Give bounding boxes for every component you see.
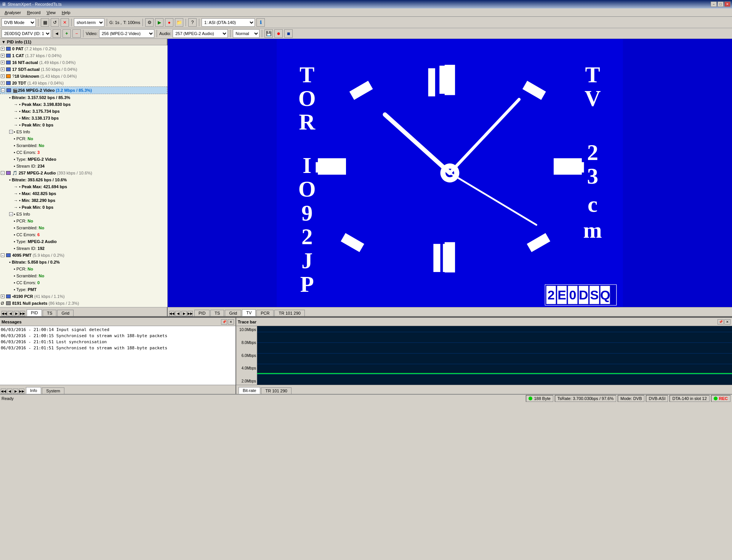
left-tab-prev[interactable]: ◀ — [8, 311, 13, 316]
service-select[interactable]: 2E0DSQ DATV (ID: 1) — [2, 29, 51, 38]
remove-btn[interactable]: − — [72, 29, 81, 38]
arrow-left-btn[interactable]: ◄ — [53, 29, 61, 38]
tree-item-pat[interactable]: + 0 PAT (7.2 kbps / 0.2%) — [0, 45, 167, 52]
expand-pcr[interactable]: + — [1, 294, 5, 298]
video-select[interactable]: 256 (MPEG-2 Video) — [99, 29, 154, 38]
messages-close-btn[interactable]: ✕ — [228, 319, 234, 325]
tab-grid-right[interactable]: Grid — [225, 310, 241, 316]
tree-item-audio[interactable]: − 🎵 257 MPEG-2 Audio (393 kbps / 10.6%) — [0, 170, 167, 176]
left-tab-next[interactable]: ▶ — [14, 311, 19, 316]
bl-tab-prev[interactable]: ◀ — [7, 389, 12, 394]
menu-view[interactable]: View — [43, 10, 59, 16]
tab-ts-left[interactable]: TS — [43, 310, 56, 316]
tree-item-pcr[interactable]: + •8190 PCR (41 kbps / 1.1%) — [0, 293, 167, 300]
menu-record[interactable]: Record — [24, 10, 43, 16]
timebase-select[interactable]: short-term — [74, 18, 104, 27]
tree-item-sdt[interactable]: + 17 SDT-actual (1.50 kbps / 0.04%) — [0, 66, 167, 73]
tree-item-video[interactable]: − 🎬256 MPEG-2 Video (3.2 Mbps / 85.3%) — [0, 86, 167, 94]
left-tab-first[interactable]: ◀◀ — [2, 311, 7, 316]
refresh-icon-btn[interactable]: ↺ — [51, 18, 59, 27]
source-select[interactable]: 1: ASI (DTA-140) — [202, 18, 255, 27]
record-icon-btn[interactable]: ● — [165, 18, 173, 27]
tree-item-nit[interactable]: + 16 NIT-actual (1.49 kbps / 0.04%) — [0, 59, 167, 66]
expand-sdt[interactable]: + — [1, 67, 5, 71]
pmt-pcr: • PCR: No — [14, 266, 33, 272]
folder-icon-btn[interactable]: 📁 — [175, 18, 183, 27]
status-dvbasi: DVB-ASI — [646, 395, 668, 402]
close-button[interactable]: ✕ — [724, 2, 730, 7]
save-icon-btn[interactable]: 💾 — [264, 29, 273, 38]
expand-tdt[interactable]: + — [1, 81, 5, 85]
right-tab-first[interactable]: ◀◀ — [169, 311, 175, 316]
pid-color-audio — [6, 171, 11, 175]
svg-rect-31 — [443, 244, 450, 272]
messages-content: 06/03/2016 - 21:00:14 Input signal detec… — [0, 326, 235, 385]
tree-item-audio-scrambled: • Scrambled: No — [0, 224, 167, 231]
tab-tr101-right[interactable]: TR 101 290 — [274, 310, 304, 316]
normal-select[interactable]: Normal — [233, 29, 259, 38]
expand-unknown[interactable]: + — [1, 74, 5, 78]
right-tab-last[interactable]: ▶▶ — [187, 311, 193, 316]
tsrate-label: TsRate: 3.700.030bps / 97.6% — [557, 396, 613, 401]
expand-audio[interactable]: − — [1, 171, 5, 175]
bl-tab-first[interactable]: ◀◀ — [1, 389, 6, 394]
tab-grid-left[interactable]: Grid — [57, 310, 74, 316]
pid-tree-header: ▼ PID info (11) — [0, 39, 167, 45]
left-tab-last[interactable]: ▶▶ — [20, 311, 25, 316]
expand-pat[interactable]: + — [1, 47, 5, 51]
pid-color-tdt — [6, 81, 11, 85]
separator4 — [143, 19, 143, 26]
right-tab-prev[interactable]: ◀ — [175, 311, 181, 316]
trace-pin-btn[interactable]: 📌 — [718, 319, 724, 325]
tab-tv-right[interactable]: TV — [242, 309, 256, 316]
bottom-right-tabbar: Bit-rate TR 101 290 — [236, 385, 732, 394]
menu-help[interactable]: Help — [59, 10, 74, 16]
right-tab-next[interactable]: ▶ — [181, 311, 187, 316]
info-icon-btn[interactable]: ℹ — [256, 18, 265, 27]
tree-item-tdt[interactable]: + 20 TDT (1.49 kbps / 0.04%) — [0, 80, 167, 86]
trace-close-btn[interactable]: ✕ — [724, 319, 730, 325]
message-2: 06/03/2016 - 21:00:15 Synchronised to st… — [1, 333, 235, 339]
tab-info-bottom[interactable]: Info — [26, 387, 41, 394]
grid-icon-btn[interactable]: ▦ — [41, 18, 49, 27]
settings-icon-btn[interactable]: ⚙ — [145, 18, 154, 27]
rec-dot-btn[interactable]: ● — [274, 29, 283, 38]
tab-pid-right[interactable]: PID — [194, 310, 210, 316]
tab-system-bottom[interactable]: System — [42, 387, 64, 394]
tree-item-audio-esinfo[interactable]: − • ES Info — [0, 211, 167, 218]
minimize-button[interactable]: − — [711, 2, 717, 7]
expand-video-esinfo[interactable]: − — [9, 130, 13, 134]
tab-ts-right[interactable]: TS — [210, 310, 224, 316]
play-icon-btn[interactable]: ▶ — [155, 18, 163, 27]
expand-video[interactable]: − — [1, 88, 5, 92]
bl-tab-last[interactable]: ▶▶ — [19, 389, 24, 394]
expand-pmt[interactable]: − — [1, 253, 5, 257]
tab-bitrate-bottom[interactable]: Bit-rate — [239, 387, 260, 394]
dvb-mode-select[interactable]: DVB Mode — [2, 18, 36, 27]
maximize-button[interactable]: □ — [718, 2, 724, 7]
stop-btn[interactable]: ■ — [284, 29, 293, 38]
expand-audio-esinfo[interactable]: − — [9, 212, 13, 216]
tree-item-cat[interactable]: + 1 CAT (1.37 kbps / 0.04%) — [0, 52, 167, 59]
expand-nit[interactable]: + — [1, 61, 5, 64]
expand-cat[interactable]: + — [1, 54, 5, 58]
audio-select[interactable]: 257 (MPEG-2 Audio) — [173, 29, 228, 38]
menu-analyser[interactable]: Analyser — [2, 10, 24, 16]
messages-pin-btn[interactable]: 📌 — [221, 319, 227, 325]
add-btn[interactable]: + — [62, 29, 71, 38]
app-icon: 🖥 — [2, 2, 6, 7]
svg-text:R: R — [299, 109, 316, 134]
tree-item-audio-peak-min: → • Peak Min: 0 bps — [0, 204, 167, 211]
tab-tr101-bottom[interactable]: TR 101 290 — [261, 387, 291, 394]
bl-tab-next[interactable]: ▶ — [13, 389, 18, 394]
status-byte: 188 Byte — [526, 395, 553, 402]
tree-item-null[interactable]: Ø 8191 Null packets (86 kbps / 2.3%) — [0, 300, 167, 307]
help-icon-btn[interactable]: ? — [188, 18, 197, 27]
tree-item-pmt[interactable]: − 4095 PMT (5.9 kbps / 0.2%) — [0, 252, 167, 259]
tree-item-unknown[interactable]: + ?18 Unknown (1.43 kbps / 0.04%) — [0, 73, 167, 80]
tree-item-video-esinfo[interactable]: − • ES Info — [0, 128, 167, 135]
pid-color-pmt — [6, 253, 11, 257]
tab-pcr-right[interactable]: PCR — [256, 310, 274, 316]
close-icon-btn[interactable]: ✕ — [61, 18, 69, 27]
tab-pid-left[interactable]: PID — [27, 309, 42, 316]
